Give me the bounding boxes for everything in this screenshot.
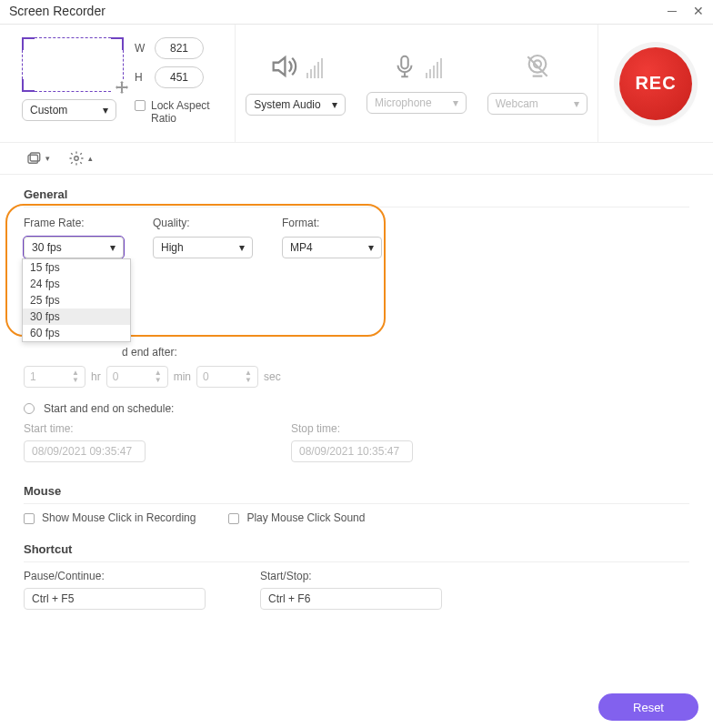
- show-click-checkbox[interactable]: Show Mouse Click in Recording: [24, 511, 196, 524]
- speaker-icon: [268, 51, 299, 85]
- webcam-off-icon: [523, 52, 552, 84]
- chevron-down-icon: ▾: [239, 241, 245, 254]
- svg-point-1: [528, 56, 546, 73]
- height-input[interactable]: [155, 66, 204, 88]
- start-time-label: Start time:: [24, 422, 146, 435]
- radio-icon: [24, 403, 35, 414]
- frame-rate-select[interactable]: 30 fps▾: [24, 237, 124, 258]
- chevron-up-icon: ▴: [88, 154, 93, 163]
- chevron-down-icon: ▾: [574, 97, 579, 110]
- move-icon: [115, 80, 129, 97]
- frame-rate-dropdown[interactable]: 15 fps 24 fps 25 fps 30 fps 60 fps: [22, 258, 131, 342]
- svg-point-5: [75, 157, 79, 161]
- stop-time-field[interactable]: 08/09/2021 10:35:47: [291, 440, 413, 462]
- capture-mode-select[interactable]: Custom▾: [22, 99, 116, 121]
- titlebar: Screen Recorder ─ ✕: [0, 0, 713, 25]
- svg-rect-0: [401, 56, 408, 69]
- chevron-down-icon: ▾: [103, 104, 108, 116]
- source-microphone: Microphone▾: [356, 25, 477, 142]
- end-after-label: d end after:: [122, 346, 177, 359]
- microphone-select[interactable]: Microphone▾: [367, 92, 467, 114]
- config-row: W H Custom▾ Lock Aspect Ratio System Aud…: [0, 25, 713, 143]
- general-heading: General: [24, 187, 689, 207]
- source-system-audio: System Audio▾: [236, 25, 356, 142]
- hour-stepper[interactable]: 1▲▼: [24, 366, 85, 388]
- capture-region-preview[interactable]: [22, 37, 124, 92]
- chevron-down-icon: ▾: [332, 98, 337, 111]
- end-after-option[interactable]: d end after:: [24, 346, 689, 359]
- pause-shortcut-label: Pause/Continue:: [24, 570, 206, 582]
- microphone-icon: [391, 53, 418, 83]
- fps-option[interactable]: 30 fps: [23, 308, 130, 325]
- fps-option[interactable]: 25 fps: [23, 292, 130, 308]
- audio-level-icon: [306, 58, 323, 78]
- frame-rate-label: Frame Rate:: [24, 217, 124, 229]
- reset-button[interactable]: Reset: [598, 693, 698, 721]
- mouse-heading: Mouse: [24, 484, 689, 504]
- second-stepper[interactable]: 0▲▼: [196, 366, 258, 388]
- settings-panel: General Frame Rate: 30 fps▾ Quality: Hig…: [0, 175, 713, 610]
- chevron-down-icon: ▾: [368, 241, 374, 254]
- start-shortcut-field[interactable]: Ctrl + F6: [260, 588, 442, 610]
- start-shortcut-label: Start/Stop:: [260, 570, 442, 582]
- toolbar: ▾ ▴: [0, 143, 713, 175]
- output-folder-button[interactable]: ▾: [25, 150, 50, 167]
- schedule-label: Start and end on schedule:: [44, 402, 174, 415]
- width-label: W: [135, 42, 149, 55]
- play-sound-checkbox[interactable]: Play Mouse Click Sound: [228, 511, 365, 524]
- format-select[interactable]: MP4▾: [282, 237, 382, 258]
- height-label: H: [135, 71, 149, 84]
- width-input[interactable]: [155, 37, 204, 59]
- stop-time-label: Stop time:: [291, 422, 413, 435]
- fps-option[interactable]: 24 fps: [23, 276, 130, 292]
- chevron-down-icon: ▾: [453, 96, 458, 109]
- minimize-button[interactable]: ─: [668, 4, 677, 18]
- shortcut-heading: Shortcut: [24, 542, 689, 562]
- fps-option[interactable]: 15 fps: [23, 259, 130, 276]
- chevron-down-icon: ▾: [110, 241, 115, 254]
- minute-stepper[interactable]: 0▲▼: [106, 366, 168, 388]
- source-webcam: Webcam▾: [477, 25, 598, 142]
- chevron-down-icon: ▾: [45, 154, 50, 163]
- close-button[interactable]: ✕: [693, 4, 704, 18]
- schedule-option[interactable]: Start and end on schedule:: [24, 402, 689, 415]
- webcam-select[interactable]: Webcam▾: [487, 93, 587, 115]
- settings-button[interactable]: ▴: [68, 150, 93, 167]
- pause-shortcut-field[interactable]: Ctrl + F5: [24, 588, 206, 610]
- record-button[interactable]: REC: [619, 47, 692, 120]
- format-label: Format:: [282, 217, 382, 229]
- system-audio-select[interactable]: System Audio▾: [246, 94, 346, 116]
- window-title: Screen Recorder: [9, 4, 105, 18]
- mic-level-icon: [426, 58, 442, 78]
- lock-aspect-checkbox[interactable]: Lock Aspect Ratio: [135, 99, 226, 126]
- quality-label: Quality:: [153, 217, 253, 229]
- fps-option[interactable]: 60 fps: [23, 325, 130, 341]
- start-time-field[interactable]: 08/09/2021 09:35:47: [24, 440, 146, 462]
- quality-select[interactable]: High▾: [153, 237, 253, 258]
